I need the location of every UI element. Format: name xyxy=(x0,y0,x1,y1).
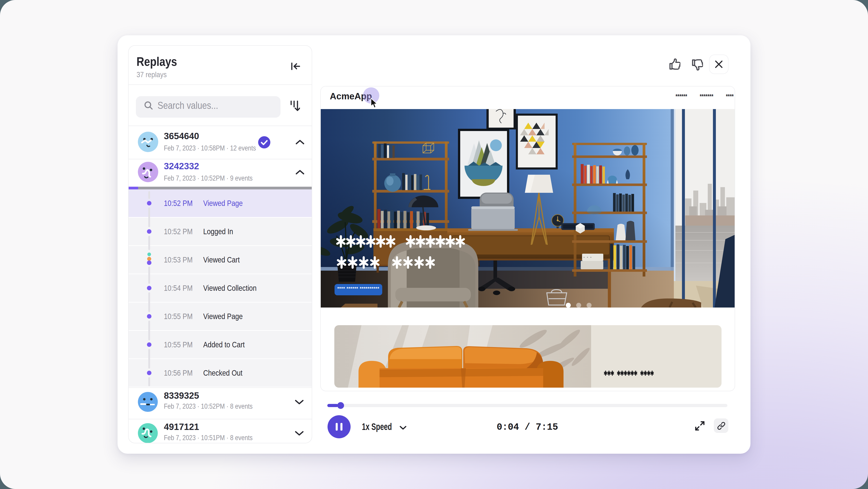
svg-text:**** ****** **********: **** ****** ********** xyxy=(337,286,379,291)
